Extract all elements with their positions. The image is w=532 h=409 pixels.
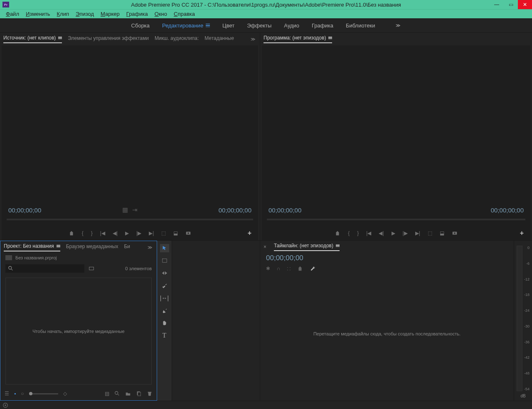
settings-icon[interactable]: ⇥ — [132, 206, 138, 214]
status-bar — [0, 401, 532, 409]
tool-razor[interactable] — [160, 281, 169, 290]
tool-selection[interactable] — [160, 244, 169, 252]
workspace-overflow-icon[interactable]: ≫ — [396, 23, 401, 28]
wrench-icon[interactable] — [310, 266, 315, 271]
program-tc-out[interactable]: 00;00;00;00 — [491, 207, 524, 214]
step-back-icon[interactable]: ◀| — [113, 230, 118, 236]
play-icon[interactable]: ▶ — [125, 230, 129, 236]
prog-go-in-icon[interactable]: |◀ — [366, 230, 371, 236]
program-tc-in[interactable]: 00;00;00;00 — [268, 207, 301, 214]
workspace-color[interactable]: Цвет — [222, 22, 234, 29]
prog-mark-in-icon[interactable] — [335, 230, 340, 236]
prog-play-icon[interactable]: ▶ — [392, 230, 395, 236]
close-button[interactable]: ✕ — [518, 0, 532, 9]
project-tabs-overflow-icon[interactable]: ≫ — [148, 245, 153, 250]
cc-sync-icon[interactable] — [2, 402, 8, 408]
tab-program-menu-icon[interactable] — [328, 37, 332, 39]
linked-selection-icon[interactable]: ⸬ — [287, 266, 291, 271]
tab-program[interactable]: Программа: (нет эпизодов) — [264, 35, 332, 43]
prog-step-fwd-icon[interactable]: |▶ — [403, 230, 408, 236]
go-out-icon[interactable]: ▶| — [149, 230, 154, 236]
tab-media-browser[interactable]: Браузер медиаданных — [66, 244, 118, 251]
prog-step-back-icon[interactable]: ◀| — [379, 230, 384, 236]
maximize-button[interactable]: ▭ — [504, 0, 518, 9]
timeline-tab-close-icon[interactable]: × — [264, 244, 266, 250]
fit-icon[interactable]: ▦ — [122, 206, 128, 214]
project-search-input[interactable] — [5, 264, 84, 273]
tool-slip[interactable]: |↔| — [160, 294, 169, 302]
sort-icon[interactable]: ◇ — [63, 391, 67, 397]
find-icon[interactable] — [114, 391, 120, 397]
source-scrub-bar[interactable] — [7, 219, 253, 220]
overwrite-icon[interactable]: ⬓ — [173, 230, 178, 236]
tool-pen[interactable] — [160, 306, 169, 315]
menu-help[interactable]: Справка — [170, 11, 198, 17]
go-in-icon[interactable]: |◀ — [100, 230, 105, 236]
delete-icon[interactable] — [147, 391, 153, 397]
menu-marker[interactable]: Маркер — [97, 11, 123, 17]
menu-clip[interactable]: Клип — [54, 11, 72, 17]
workspace-menu-icon[interactable] — [206, 24, 210, 27]
menu-graphics[interactable]: Графика — [123, 11, 151, 17]
tab-metadata[interactable]: Метаданные — [204, 35, 234, 43]
tab-timeline[interactable]: Таймлайн: (нет эпизодов) — [274, 243, 340, 251]
step-fwd-icon[interactable]: |▶ — [136, 230, 141, 236]
minimize-button[interactable]: — — [490, 0, 504, 9]
tab-effect-controls[interactable]: Элементы управления эффектами — [68, 35, 149, 43]
list-view-icon[interactable]: ☰ — [5, 391, 9, 397]
prog-mark-open-icon[interactable]: { — [348, 230, 350, 236]
tool-type[interactable]: T — [160, 331, 169, 340]
prog-button-editor-icon[interactable]: + — [520, 229, 524, 237]
new-item-icon[interactable] — [136, 391, 142, 397]
tab-more[interactable]: Би — [124, 244, 130, 251]
source-tabs-overflow-icon[interactable]: ≫ — [251, 37, 256, 42]
snap-icon[interactable]: ✱ — [266, 266, 270, 271]
freeform-view-icon[interactable]: ○ — [21, 391, 24, 397]
prog-go-out-icon[interactable]: ▶| — [415, 230, 420, 236]
prog-extract-icon[interactable]: ⬓ — [440, 230, 444, 236]
prog-lift-icon[interactable]: ⬚ — [428, 230, 432, 236]
automate-icon[interactable]: ▤ — [105, 391, 109, 397]
workspace-audio[interactable]: Аудио — [284, 22, 299, 29]
new-bin-icon[interactable] — [125, 391, 131, 397]
tab-project[interactable]: Проект: Без названия — [4, 243, 60, 251]
magnet-icon[interactable]: ∩ — [277, 266, 281, 271]
timeline-timecode[interactable]: 00;00;00;00 — [260, 253, 514, 263]
source-tc-in[interactable]: 00;00;00;00 — [8, 207, 41, 214]
program-scrub-bar[interactable] — [267, 219, 525, 220]
tool-ripple[interactable] — [160, 269, 169, 277]
workspace-assembly[interactable]: Сборка — [131, 22, 150, 29]
svg-rect-4 — [89, 267, 94, 270]
menu-sequence[interactable]: Эпизод — [72, 11, 97, 17]
mark-close-icon[interactable]: } — [91, 230, 93, 236]
program-viewer: 00;00;00;00 00;00;00;00 { } |◀ ◀| ▶ |▶ ▶… — [262, 45, 530, 240]
prog-mark-close-icon[interactable]: } — [357, 230, 359, 236]
project-drop-area[interactable]: Чтобы начать, импортируйте медиаданные — [5, 278, 152, 384]
workspace-graphics[interactable]: Графика — [312, 22, 333, 29]
workspace-editing[interactable]: Редактирование — [162, 22, 210, 29]
mark-in-icon[interactable] — [69, 230, 74, 236]
tab-project-menu-icon[interactable] — [57, 245, 60, 248]
source-tc-out[interactable]: 00;00;00;00 — [219, 207, 251, 214]
export-frame-icon[interactable] — [185, 230, 191, 236]
button-editor-icon[interactable]: + — [248, 229, 251, 237]
menu-window[interactable]: Окно — [151, 11, 170, 17]
workspace-libraries[interactable]: Библиотеки — [346, 22, 375, 29]
mark-open-icon[interactable]: { — [82, 230, 84, 236]
marker-icon[interactable] — [297, 266, 303, 271]
tool-track-select[interactable] — [160, 256, 169, 265]
insert-icon[interactable]: ⬚ — [161, 230, 166, 236]
menu-file[interactable]: Файл — [2, 11, 22, 17]
tab-timeline-menu-icon[interactable] — [336, 244, 340, 247]
workspace-effects[interactable]: Эффекты — [247, 22, 271, 29]
filter-bin-icon[interactable] — [89, 266, 94, 271]
timeline-drop-area[interactable]: Перетащите медиафайлы сюда, чтобы создат… — [262, 275, 512, 392]
tool-hand[interactable] — [160, 319, 169, 327]
tab-source-menu-icon[interactable] — [58, 37, 62, 39]
tab-audio-mixer[interactable]: Микш. аудиоклипа: — [155, 35, 199, 43]
icon-view-icon[interactable]: ▪ — [14, 391, 16, 397]
tab-source[interactable]: Источник: (нет клипов) — [3, 35, 62, 43]
prog-export-frame-icon[interactable] — [452, 230, 458, 236]
thumbnail-size-slider[interactable] — [29, 393, 58, 394]
menu-edit[interactable]: Изменить — [22, 11, 54, 17]
